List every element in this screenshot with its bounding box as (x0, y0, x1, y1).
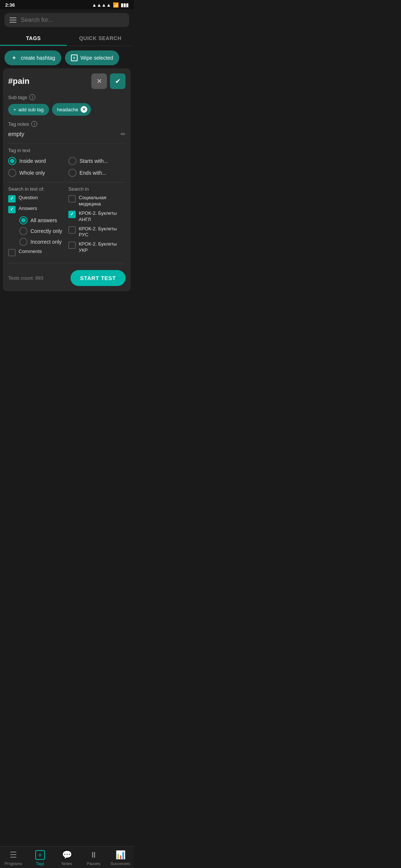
tag-notes-label: Tag notes i (8, 121, 125, 127)
add-sub-tag-label: add sub tag (19, 107, 44, 112)
checkbox-krok2-angl-box (68, 211, 76, 218)
radio-correctly-only[interactable]: Correctly only (19, 227, 65, 235)
search-bar-container (0, 9, 134, 31)
bottom-info-row: Tests count: 993 START TEST (8, 267, 125, 287)
tab-tags[interactable]: TAGS (0, 31, 67, 46)
status-bar: 2:36 ▲▲▲▲ 📶 ▮▮▮ (0, 0, 134, 9)
search-in-col: Search in Социальная медицина КРОК-2. Бу… (68, 186, 125, 259)
radio-correctly-only-indicator (19, 227, 27, 235)
edit-notes-icon[interactable]: ✏ (121, 131, 125, 138)
radio-all-answers[interactable]: All answers (19, 216, 65, 224)
checkbox-krok2-rus-label: КРОК-2. Буклеты РУС (79, 226, 125, 239)
status-time: 2:36 (5, 2, 15, 8)
hamburger-menu-icon[interactable] (10, 17, 16, 23)
checkbox-social-med-box (68, 195, 76, 203)
cancel-tag-button[interactable]: ✕ (91, 73, 107, 89)
radio-ends-with-label: Ends with... (79, 170, 106, 176)
checkbox-answers-label: Answers (19, 206, 37, 212)
radio-inside-word[interactable]: Inside word (8, 157, 65, 165)
radio-inside-word-indicator (8, 157, 16, 165)
tag-notes-section: Tag notes i empty ✏ (8, 121, 125, 138)
confirm-tag-button[interactable]: ✔ (110, 73, 125, 89)
radio-incorrect-only[interactable]: Incorrect only (19, 238, 65, 246)
checkbox-question[interactable]: Question (8, 195, 65, 203)
checkbox-comments-label: Comments (19, 249, 42, 255)
battery-icon: ▮▮▮ (121, 2, 128, 8)
checkbox-krok2-rus-box (68, 226, 76, 234)
checkbox-social-med[interactable]: Социальная медицина (68, 195, 125, 207)
status-icons: ▲▲▲▲ 📶 ▮▮▮ (92, 2, 128, 8)
checkbox-krok2-angl-label: КРОК-2. Буклеты АНГЛ (79, 210, 125, 223)
tab-quick-search[interactable]: QUICK SEARCH (67, 31, 134, 46)
radio-starts-with-indicator (68, 157, 76, 165)
action-buttons-row: + create hashtag Wipe selected (0, 46, 134, 68)
search-input[interactable] (21, 17, 124, 23)
tag-header: #pain ✕ ✔ (8, 73, 125, 89)
search-bar (4, 13, 129, 27)
tag-in-text-options: Inside word Starts with... Whole only En… (8, 157, 125, 177)
checkbox-comments-box (8, 249, 16, 256)
checkbox-krok2-ukr-label: КРОК-2. Буклеты УКР (79, 241, 125, 254)
checkbox-question-label: Question (19, 195, 38, 201)
add-subtag-plus-icon: + (13, 107, 16, 112)
sub-tags-info-icon[interactable]: i (29, 94, 35, 100)
sub-tags-label: Sub tags i (8, 94, 125, 100)
tag-notes-info-icon[interactable]: i (31, 121, 37, 127)
radio-incorrect-only-label: Incorrect only (30, 239, 62, 245)
checkbox-krok2-angl[interactable]: КРОК-2. Буклеты АНГЛ (68, 210, 125, 223)
tag-name: #pain (8, 76, 29, 86)
wipe-icon (71, 55, 78, 61)
radio-whole-only[interactable]: Whole only (8, 169, 65, 177)
create-hashtag-label: create hashtag (21, 55, 55, 61)
sub-tags-row: + add sub tag headache ✕ (8, 103, 125, 116)
wipe-selected-button[interactable]: Wipe selected (65, 50, 119, 65)
radio-ends-with[interactable]: Ends with... (68, 169, 125, 177)
radio-incorrect-only-indicator (19, 238, 27, 246)
radio-whole-only-indicator (8, 169, 16, 177)
radio-ends-with-indicator (68, 169, 76, 177)
tag-header-buttons: ✕ ✔ (91, 73, 125, 89)
checkbox-question-box (8, 195, 16, 203)
tests-count: Tests count: 993 (8, 275, 43, 281)
checkbox-answers-box (8, 206, 16, 213)
sub-tag-pill-headache: headache ✕ (52, 103, 91, 116)
checkbox-krok2-ukr[interactable]: КРОК-2. Буклеты УКР (68, 241, 125, 254)
plus-icon: + (10, 54, 18, 62)
checkbox-comments[interactable]: Comments (8, 249, 65, 256)
add-sub-tag-button[interactable]: + add sub tag (8, 104, 49, 115)
create-hashtag-button[interactable]: + create hashtag (4, 50, 61, 65)
radio-correctly-only-label: Correctly only (30, 228, 62, 234)
tag-card: #pain ✕ ✔ Sub tags i + add sub tag heada… (3, 68, 131, 291)
checkbox-krok2-ukr-box (68, 241, 76, 249)
radio-whole-only-label: Whole only (19, 170, 45, 176)
tabs-container: TAGS QUICK SEARCH (0, 31, 134, 46)
radio-starts-with-label: Starts with... (79, 158, 108, 164)
checkbox-social-med-label: Социальная медицина (79, 195, 125, 207)
search-in-label: Search in (68, 186, 125, 192)
search-in-text-of-col: Search in text of: Question Answers A (8, 186, 65, 259)
radio-all-answers-label: All answers (30, 217, 57, 223)
remove-subtag-headache-button[interactable]: ✕ (81, 106, 87, 113)
radio-all-answers-indicator (19, 216, 27, 224)
radio-starts-with[interactable]: Starts with... (68, 157, 125, 165)
radio-inside-word-label: Inside word (19, 158, 46, 164)
sub-tag-headache-label: headache (57, 107, 78, 112)
checkbox-answers[interactable]: Answers (8, 206, 65, 213)
checkbox-krok2-rus[interactable]: КРОК-2. Буклеты РУС (68, 226, 125, 239)
wifi-icon: 📶 (113, 2, 119, 8)
signal-icon: ▲▲▲▲ (92, 2, 111, 8)
wipe-selected-label: Wipe selected (81, 55, 113, 61)
answers-sub-options: All answers Correctly only Incorrect onl… (8, 216, 65, 246)
tag-in-text-label: Tag in text (8, 148, 125, 153)
start-test-button[interactable]: START TEST (71, 270, 125, 286)
tag-notes-value-row: empty ✏ (8, 130, 125, 138)
search-options-section: Search in text of: Question Answers A (8, 186, 125, 259)
search-in-text-of-label: Search in text of: (8, 186, 65, 192)
tag-notes-value: empty (8, 131, 25, 138)
